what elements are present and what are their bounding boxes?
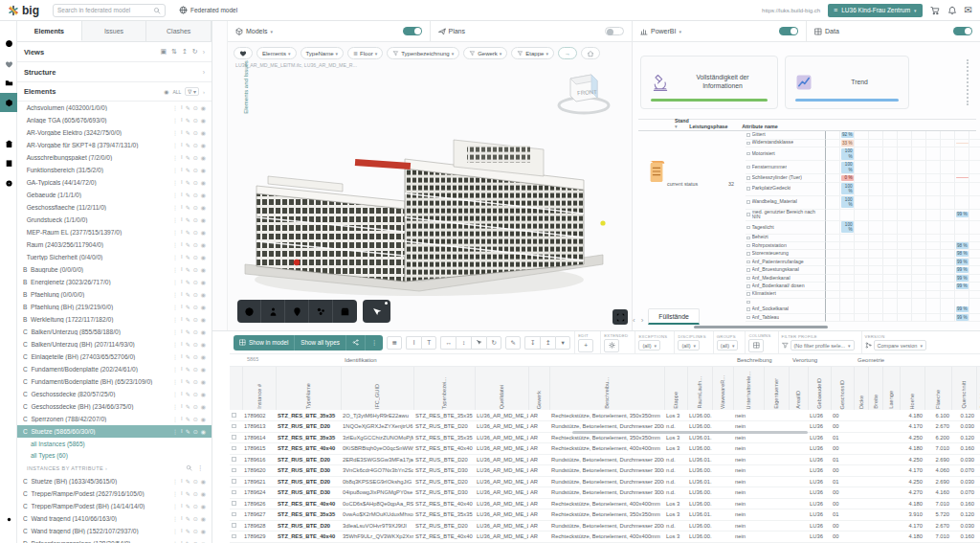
attribute-checkbox[interactable]: [746, 301, 750, 305]
kebab-icon[interactable]: ⋮: [172, 117, 178, 124]
column-header[interactable]: Beschreibu...: [549, 366, 664, 410]
kebab-icon[interactable]: ⋮: [172, 192, 178, 198]
exceptions-dropdown[interactable]: (all)▾: [638, 340, 660, 351]
row-checkbox[interactable]: [230, 432, 242, 443]
visibility-eye-icon[interactable]: ◉: [201, 179, 206, 186]
mail-icon[interactable]: ✉: [965, 5, 972, 15]
plans-label[interactable]: Plans: [438, 28, 466, 35]
element-type-row[interactable]: D_Befoerderungsanlage (128/20/54/0) ⋮ I …: [17, 537, 212, 543]
element-type-row[interactable]: C_Geschossdecke (BH) (234/66/375/0) ⋮ I …: [17, 400, 212, 413]
element-type-row[interactable]: _Raum (2403/256/117904/0) ⋮ I ✎ ⊙ ◉: [17, 238, 212, 251]
isolate-target-icon[interactable]: ⊙: [193, 328, 198, 335]
isolate-target-icon[interactable]: ⊙: [193, 204, 198, 211]
edit-pencil-icon[interactable]: ✎: [186, 291, 190, 298]
kebab-icon[interactable]: ⋮: [172, 142, 178, 148]
visibility-eye-icon[interactable]: ◉: [201, 129, 206, 136]
select-icon[interactable]: I: [181, 353, 183, 360]
row-checkbox[interactable]: [230, 509, 242, 521]
select-icon[interactable]: I: [181, 403, 183, 410]
element-type-row[interactable]: _Geschossflaeche (11/2/11/0) ⋮ I ✎ ⊙ ◉: [17, 201, 212, 214]
tab-elements[interactable]: Elements: [17, 21, 82, 41]
isolate-target-icon[interactable]: ⊙: [193, 167, 198, 173]
select-icon[interactable]: I: [181, 503, 183, 509]
attribute-row[interactable]: Anf_Bruestungskanal 99 %: [638, 266, 976, 275]
section-box-icon[interactable]: [333, 300, 357, 323]
element-type-row[interactable]: C_Treppe/Rampe/Podest (2627/916/105/0) ⋮…: [17, 487, 212, 500]
select-icon[interactable]: I: [181, 192, 183, 198]
edit-pencil-icon[interactable]: ✎: [186, 192, 190, 198]
row-checkbox[interactable]: [230, 476, 242, 487]
elements-and-issues-vertical-tab[interactable]: Elements and Issues: [243, 34, 249, 140]
visibility-eye-icon[interactable]: ◉: [201, 117, 206, 124]
isolate-target-icon[interactable]: ⊙: [193, 503, 198, 509]
upload-button[interactable]: ↥: [540, 336, 555, 350]
visibility-eye-icon[interactable]: ◉: [201, 216, 206, 223]
placemark-pin-icon[interactable]: [285, 300, 309, 323]
isolate-target-icon[interactable]: ⊙: [193, 117, 198, 124]
element-type-row[interactable]: C_Einlageteile (BH) (27403/65/52706/0) ⋮…: [17, 351, 212, 363]
fit-width-button[interactable]: ↔: [440, 336, 456, 350]
attribute-checkbox[interactable]: [746, 152, 750, 156]
kebab-icon[interactable]: ⋮: [172, 216, 178, 223]
edit-pencil-icon[interactable]: ✎: [186, 279, 190, 285]
visibility-eye-icon[interactable]: ◉: [201, 341, 206, 348]
isolate-target-icon[interactable]: ⊙: [193, 416, 198, 422]
visibility-eye-icon[interactable]: ◉: [201, 478, 206, 485]
visibility-eye-icon[interactable]: ◉: [201, 416, 206, 422]
isolate-target-icon[interactable]: ⊙: [193, 241, 198, 248]
element-type-row[interactable]: C_Balken/Unterzug (855/58/188/0) ⋮ I ✎ ⊙…: [17, 326, 212, 338]
row-checkbox[interactable]: [230, 443, 242, 455]
attribute-row[interactable]: Widerstandsklasse 33 %: [638, 140, 976, 148]
select-icon[interactable]: I: [181, 117, 183, 124]
column-header[interactable]: ArealID: [789, 366, 808, 410]
kebab-icon[interactable]: ⋮: [172, 254, 178, 260]
element-type-row[interactable]: _Funktionsbereich (31/5/2/0) ⋮ I ✎ ⊙ ◉: [17, 164, 212, 176]
filter-floor[interactable]: ≣Floor▾: [347, 47, 383, 59]
attribute-checkbox[interactable]: [746, 142, 750, 146]
fit-height-button[interactable]: ↕: [456, 336, 471, 350]
column-header[interactable]: Eigentuemer: [764, 366, 789, 410]
isolate-target-icon[interactable]: ⊙: [193, 403, 198, 410]
kebab-icon[interactable]: ⋮: [172, 154, 178, 161]
select-icon[interactable]: I: [181, 129, 183, 136]
row-checkbox[interactable]: [230, 520, 242, 532]
element-type-row-selected[interactable]: C_Stuetze (5865/60/30/0) ⋮ I ✎ ⊙ ◉: [17, 425, 212, 438]
attribute-checkbox[interactable]: [746, 226, 750, 230]
navigation-cube[interactable]: FRONT: [553, 63, 614, 117]
structure-section[interactable]: Structure ›: [17, 62, 212, 82]
isolate-target-icon[interactable]: ⊙: [193, 428, 198, 435]
attribute-row[interactable]: Klimatisiert: [638, 291, 976, 299]
show-in-model-button[interactable]: Show in model: [234, 335, 295, 351]
select-icon[interactable]: I: [181, 366, 183, 373]
attribute-checkbox[interactable]: [746, 187, 750, 191]
edit-pencil-icon[interactable]: ✎: [186, 528, 190, 534]
attribute-checkbox[interactable]: [746, 237, 750, 240]
select-icon[interactable]: I: [181, 104, 183, 111]
visibility-eye-icon[interactable]: ◉: [201, 279, 206, 285]
instance-mode-button[interactable]: I: [406, 336, 421, 350]
pan-button[interactable]: [471, 336, 486, 350]
element-type-row[interactable]: _GA-Typicals (44/14/72/0) ⋮ I ✎ ⊙ ◉: [17, 176, 212, 189]
element-type-row[interactable]: C_Stuetze (BH) (1633/45/3615/0) ⋮ I ✎ ⊙ …: [17, 475, 212, 487]
edit-pencil-icon[interactable]: ✎: [186, 428, 190, 435]
home-view-button[interactable]: [581, 47, 600, 59]
element-type-row[interactable]: C_Wand tragend (1410/66/163/0) ⋮ I ✎ ⊙ ◉: [17, 512, 212, 525]
export-caret-button[interactable]: ▾: [555, 336, 570, 350]
edit-pencil-icon[interactable]: ✎: [186, 304, 190, 310]
isolate-target-icon[interactable]: ⊙: [193, 229, 198, 236]
viewer-3d[interactable]: Models▾ Plans Elements▾ TypeName▾ ≣Floor…: [228, 21, 632, 330]
attribute-row[interactable]: Anf_Bodenkanal/ dosen 99 %: [638, 283, 976, 291]
attribute-checkbox[interactable]: [746, 307, 750, 311]
attribute-row[interactable]: Rohrpoststation 98 %: [638, 242, 976, 251]
edit-pencil-icon[interactable]: ✎: [186, 229, 190, 236]
attribute-checkbox[interactable]: [746, 260, 750, 264]
kebab-icon[interactable]: ⋮: [172, 478, 178, 485]
isolate-target-icon[interactable]: ⊙: [193, 378, 198, 385]
models-dropdown[interactable]: Models▾: [235, 28, 273, 35]
visibility-eye-icon[interactable]: ◉: [201, 528, 206, 534]
visibility-eye-icon[interactable]: ◉: [201, 304, 206, 310]
visibility-eye-icon[interactable]: ◉: [201, 428, 206, 435]
isolate-target-icon[interactable]: ⊙: [193, 490, 198, 497]
kebab-icon[interactable]: ⋮: [172, 391, 178, 397]
isolate-target-icon[interactable]: ⊙: [193, 316, 198, 323]
